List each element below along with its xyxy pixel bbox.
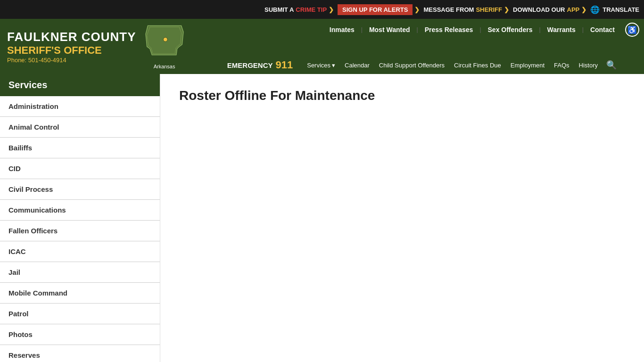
translate-label: Translate (603, 6, 639, 13)
emergency-label: EMERGENCY (227, 61, 273, 69)
sidebar-item-communications[interactable]: Communications (0, 200, 160, 221)
state-label: Arkansas (143, 64, 186, 69)
nav-press-releases[interactable]: Press Releases (421, 25, 477, 34)
sidebar-item-animal-control[interactable]: Animal Control (0, 117, 160, 138)
top-bar: SUBMIT A CRIME TIP ❯ SIGN UP FOR ALERTS … (0, 0, 644, 19)
signup-alerts[interactable]: SIGN UP FOR ALERTS ❯ (338, 4, 420, 15)
sidebar-item-civil-process[interactable]: Civil Process (0, 179, 160, 200)
sidebar-item-icac[interactable]: ICAC (0, 241, 160, 262)
nav-contact[interactable]: Contact (586, 25, 619, 34)
logo-section: FAULKNER COUNTY SHERIFF'S OFFICE Phone: … (0, 19, 193, 74)
nav-history[interactable]: History (574, 61, 603, 70)
submit-crime-tip[interactable]: SUBMIT A CRIME TIP ❯ (264, 6, 334, 13)
nav-div3: | (479, 26, 481, 33)
alerts-chevron: ❯ (414, 6, 420, 13)
services-chevron: ▾ (332, 62, 335, 69)
header: FAULKNER COUNTY SHERIFF'S OFFICE Phone: … (0, 19, 644, 74)
page-title: Roster Offline For Maintenance (179, 88, 625, 103)
alerts-button[interactable]: SIGN UP FOR ALERTS (338, 4, 413, 15)
sidebar-item-photos[interactable]: Photos (0, 324, 160, 345)
nav-div4: | (539, 26, 540, 33)
sidebar-item-jail[interactable]: Jail (0, 262, 160, 283)
message-prefix: Message From (423, 6, 474, 13)
nav-most-wanted[interactable]: Most Wanted (365, 25, 414, 34)
download-prefix: Download Our (513, 6, 565, 13)
sheriff-chevron: ❯ (504, 6, 509, 13)
sidebar: Services Administration Animal Control B… (0, 74, 160, 362)
phone-info: Phone: 501-450-4914 (7, 57, 136, 64)
sidebar-item-mobile-command[interactable]: Mobile Command (0, 283, 160, 304)
services-dropdown[interactable]: Services ▾ (302, 61, 340, 70)
nav-warrants[interactable]: Warrants (544, 25, 579, 34)
primary-nav: Inmates | Most Wanted | Press Releases |… (193, 19, 644, 41)
nav-employment[interactable]: Employment (506, 61, 549, 70)
emergency-badge: EMERGENCY 911 (227, 59, 293, 71)
svg-point-2 (163, 37, 167, 41)
sidebar-item-fallen-officers[interactable]: Fallen Officers (0, 221, 160, 241)
nav-div1: | (361, 26, 363, 33)
sheriff-label: SHERIFF (476, 6, 502, 13)
app-chevron: ❯ (581, 6, 586, 13)
nav-sex-offenders[interactable]: Sex Offenders (484, 25, 537, 34)
translate-btn[interactable]: 🌐 Translate (590, 5, 639, 14)
nav-calendar[interactable]: Calendar (340, 61, 374, 70)
message-from-sheriff[interactable]: Message From SHERIFF ❯ (423, 6, 509, 13)
accessibility-button[interactable]: ♿ (625, 23, 639, 37)
download-app[interactable]: Download Our APP ❯ (513, 6, 586, 13)
nav-div2: | (417, 26, 418, 33)
sidebar-item-reserves[interactable]: Reserves (0, 345, 160, 362)
nav-div5: | (582, 26, 584, 33)
crime-tip-label: CRIME TIP (296, 6, 327, 13)
sidebar-item-administration[interactable]: Administration (0, 96, 160, 117)
arkansas-map-svg (143, 24, 186, 61)
nav-inmates[interactable]: Inmates (326, 25, 358, 34)
secondary-nav: EMERGENCY 911 Services ▾ Calendar Child … (193, 56, 644, 74)
submit-prefix: SUBMIT A (264, 6, 294, 13)
sidebar-item-cid[interactable]: CID (0, 158, 160, 179)
emergency-number: 911 (276, 59, 293, 71)
main-layout: Services Administration Animal Control B… (0, 74, 644, 362)
county-name: FAULKNER COUNTY (7, 30, 136, 44)
arkansas-map-container: Arkansas (143, 24, 186, 69)
sidebar-item-patrol[interactable]: Patrol (0, 304, 160, 324)
sidebar-title: Services (0, 74, 160, 96)
header-nav: Inmates | Most Wanted | Press Releases |… (193, 19, 644, 74)
office-name: SHERIFF'S OFFICE (7, 44, 136, 57)
content-area: Roster Offline For Maintenance (160, 74, 644, 362)
sidebar-item-bailiffs[interactable]: Bailiffs (0, 138, 160, 158)
app-label: APP (567, 6, 580, 13)
services-label: Services (307, 62, 330, 69)
phone-number: 501-450-4914 (28, 57, 66, 64)
nav-child-support[interactable]: Child Support Offenders (374, 61, 449, 70)
globe-icon: 🌐 (590, 5, 600, 14)
nav-circuit-fines[interactable]: Circuit Fines Due (449, 61, 506, 70)
nav-faqs[interactable]: FAQs (549, 61, 574, 70)
crime-tip-chevron: ❯ (329, 6, 334, 13)
phone-label: Phone: (7, 57, 26, 64)
search-icon[interactable]: 🔍 (603, 59, 620, 71)
